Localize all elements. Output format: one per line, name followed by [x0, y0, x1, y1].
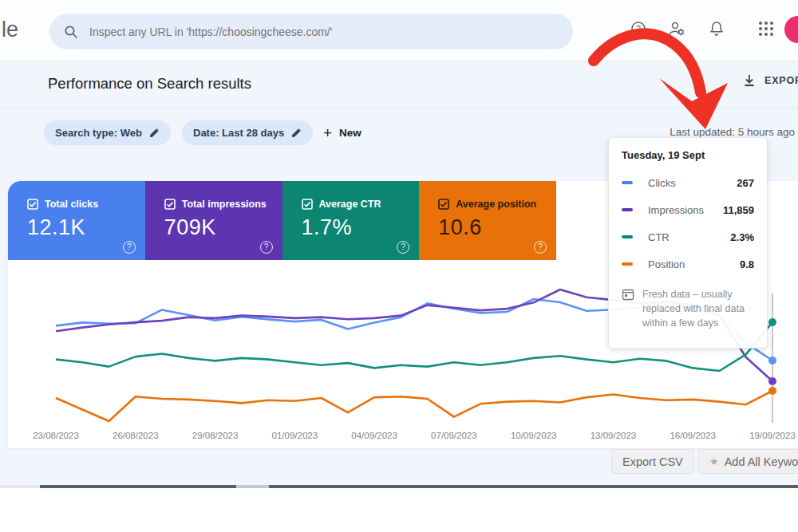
x-tick-label: 13/09/2023: [579, 431, 646, 440]
tooltip-date: Tuesday, 19 Sept: [622, 149, 754, 161]
average-ctr-card[interactable]: Average CTR 1.7% ?: [282, 181, 420, 260]
total-clicks-card[interactable]: Total clicks 12.1K ?: [8, 181, 145, 260]
search-icon: [64, 25, 78, 39]
tooltip-row-clicks: Clicks 267: [622, 169, 754, 196]
ctr-swatch: [622, 235, 633, 238]
checkbox-checked-icon[interactable]: [27, 199, 38, 210]
card-label: Total impressions: [182, 199, 267, 210]
help-icon[interactable]: ?: [630, 20, 647, 37]
apps-grid-icon[interactable]: [759, 22, 776, 39]
export-label: EXPORT: [764, 75, 798, 86]
search-type-label: Search type: Web: [55, 127, 142, 139]
position-swatch: [622, 262, 633, 266]
checkbox-checked-icon[interactable]: [302, 199, 313, 210]
export-csv-button[interactable]: Export CSV: [611, 449, 694, 474]
checkbox-checked-icon[interactable]: [438, 199, 449, 210]
header-divider: [0, 107, 798, 108]
search-console-page: le ? Performance on Search results: [0, 0, 798, 532]
help-circle-icon[interactable]: ?: [260, 241, 273, 254]
total-impressions-card[interactable]: Total impressions 709K ?: [145, 181, 282, 260]
clicks-swatch: [622, 181, 633, 184]
tooltip-row-ctr: CTR 2.3%: [622, 223, 754, 250]
card-label: Average CTR: [319, 199, 381, 210]
metric-cards: Total clicks 12.1K ? Total impressions 7…: [8, 181, 556, 260]
url-inspect-searchbar[interactable]: [49, 14, 573, 49]
star-icon: ★: [709, 455, 719, 467]
card-value: 1.7%: [302, 215, 420, 240]
plus-icon: +: [323, 125, 332, 140]
chart-tooltip: Tuesday, 19 Sept Clicks 267 Impressions …: [608, 137, 768, 349]
svg-text:?: ?: [636, 25, 641, 33]
card-label: Total clicks: [45, 199, 98, 210]
x-tick-label: 29/08/2023: [182, 431, 249, 440]
x-tick-label: 26/08/2023: [102, 431, 169, 440]
top-app-bar: le ?: [0, 0, 798, 53]
search-type-filter-chip[interactable]: Search type: Web: [44, 120, 171, 145]
add-all-keywords-button[interactable]: ★ Add All Keywords: [698, 449, 798, 474]
manage-accounts-icon[interactable]: [668, 20, 685, 37]
new-filter-label: New: [339, 127, 361, 139]
x-tick-label: 16/09/2023: [659, 431, 726, 440]
card-label: Average position: [456, 199, 536, 210]
new-filter-button[interactable]: + New: [323, 120, 361, 145]
x-tick-label: 04/09/2023: [341, 431, 408, 440]
download-icon: [742, 73, 757, 88]
export-button[interactable]: EXPORT: [742, 73, 798, 88]
checkbox-checked-icon[interactable]: [164, 199, 176, 210]
impressions-swatch: [622, 208, 633, 211]
x-tick-label: 01/09/2023: [261, 431, 328, 440]
tooltip-row-position: Position 9.8: [622, 250, 754, 278]
card-value: 10.6: [438, 215, 556, 240]
average-position-card[interactable]: Average position 10.6 ?: [419, 181, 556, 260]
x-tick-label: 23/08/2023: [22, 431, 89, 440]
last-updated-text: Last updated: 5 hours ago: [635, 126, 795, 138]
help-circle-icon[interactable]: ?: [397, 241, 409, 254]
help-circle-icon[interactable]: ?: [123, 241, 136, 254]
x-tick-label: 07/09/2023: [421, 431, 488, 440]
x-tick-label: 19/09/2023: [739, 431, 798, 440]
page-title: Performance on Search results: [48, 75, 251, 93]
tooltip-row-impressions: Impressions 11,859: [622, 196, 754, 223]
edit-pencil-icon[interactable]: [149, 128, 160, 138]
calendar-icon: [622, 288, 634, 301]
date-filter-label: Date: Last 28 days: [193, 127, 284, 139]
help-circle-icon[interactable]: ?: [534, 241, 547, 254]
account-avatar[interactable]: [784, 16, 798, 43]
card-value: 709K: [164, 215, 282, 240]
fresh-data-note: Fresh data – usually replaced with final…: [622, 287, 754, 330]
search-input[interactable]: [89, 26, 559, 38]
x-tick-label: 10/09/2023: [500, 431, 567, 440]
google-logo-fragment: le: [2, 18, 18, 42]
date-filter-chip[interactable]: Date: Last 28 days: [182, 120, 313, 145]
card-value: 12.1K: [27, 215, 145, 240]
window-bottom-bar: [0, 485, 798, 488]
edit-pencil-icon[interactable]: [291, 128, 302, 138]
notifications-bell-icon[interactable]: [708, 20, 725, 37]
